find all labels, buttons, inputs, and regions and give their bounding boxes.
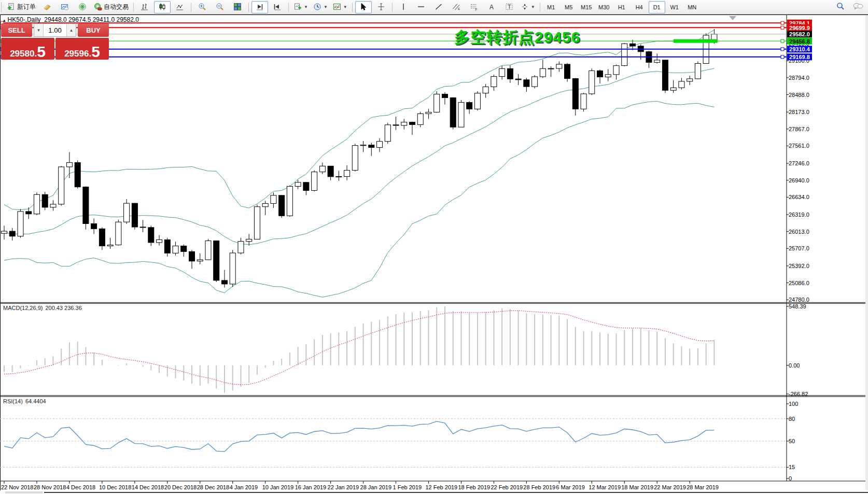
candle-body-bear xyxy=(524,80,529,87)
candle-body-bear xyxy=(662,60,668,90)
indicators-button[interactable]: ▼ xyxy=(331,1,349,13)
bottom-scroll-thumb[interactable] xyxy=(5,491,43,493)
chart-canvas[interactable]: 29415.029100.028794.028488.028173.027867… xyxy=(0,0,868,494)
volume-input[interactable]: 1.00 xyxy=(44,24,66,36)
timeframe-label: H1 xyxy=(618,4,625,10)
chart-shift-button[interactable] xyxy=(251,1,268,13)
indicators-icon xyxy=(333,3,341,12)
new-order-label: 新订单 xyxy=(17,3,36,11)
fibonacci-button[interactable]: F xyxy=(466,1,482,13)
toolbar-separator xyxy=(392,3,393,12)
cursor-button[interactable] xyxy=(355,1,372,13)
timeframe-h4-button[interactable]: H4 xyxy=(631,1,648,13)
charts-window-button[interactable] xyxy=(57,1,73,13)
line-handle[interactable] xyxy=(781,48,784,51)
line-handle[interactable] xyxy=(781,55,784,59)
candle-body-bear xyxy=(221,280,227,284)
auto-scroll-button[interactable] xyxy=(269,1,286,13)
volume-increase-button[interactable]: ▲ xyxy=(66,24,76,36)
horizontal-line-icon xyxy=(417,3,425,12)
signal-button[interactable] xyxy=(74,1,91,13)
bar-chart-button[interactable] xyxy=(136,1,153,13)
candle-body-bear xyxy=(328,166,333,176)
tile-windows-button[interactable] xyxy=(229,1,246,13)
rsi-axis-tick-label: 0 xyxy=(789,475,792,482)
text-label-button[interactable]: T xyxy=(501,1,517,13)
macd-axis-tick-label: 548.39 xyxy=(789,303,806,309)
periods-clock-button[interactable]: ▼ xyxy=(311,1,330,13)
candle-body-bull xyxy=(66,163,72,167)
equidistant-channel-button[interactable]: E xyxy=(448,1,465,13)
vertical-line-button[interactable] xyxy=(395,1,412,13)
chart-shift-marker-icon[interactable] xyxy=(729,16,736,20)
collapse-marker-icon[interactable]: ▴ xyxy=(3,18,6,23)
line-handle[interactable] xyxy=(781,39,784,43)
macd-values: 200.43 236.36 xyxy=(45,305,81,311)
time-axis-label: 16 Jan 2019 xyxy=(295,484,327,490)
turning-point-annotation[interactable]: 多空转折点29456 xyxy=(454,27,580,48)
candle-body-bull xyxy=(434,94,440,112)
toolbar-separator xyxy=(133,3,134,12)
time-axis-label: 28 Feb 2019 xyxy=(523,484,555,490)
trendline-button[interactable] xyxy=(430,1,447,13)
sell-button[interactable]: SELL xyxy=(1,23,32,37)
arrows-objects-button[interactable]: ▼ xyxy=(519,1,537,13)
crosshair-button[interactable] xyxy=(373,1,389,13)
timeframe-mn-button[interactable]: MN xyxy=(684,1,701,13)
candle-body-bear xyxy=(629,44,635,46)
timeframe-label: M30 xyxy=(598,4,609,10)
text-label-icon: T xyxy=(505,3,513,12)
timeframe-m5-button[interactable]: M5 xyxy=(561,1,577,13)
chat-icon[interactable] xyxy=(852,2,864,13)
text-button[interactable]: A xyxy=(483,1,500,13)
candle-body-bull xyxy=(34,194,39,214)
new-order-button[interactable]: 新订单 xyxy=(5,1,38,13)
templates-button[interactable]: ▼ xyxy=(291,1,310,13)
timeframe-w1-button[interactable]: W1 xyxy=(666,1,683,13)
candle-body-bear xyxy=(83,187,89,224)
candle-body-bear xyxy=(572,79,578,109)
timeframe-m30-button[interactable]: M30 xyxy=(596,1,612,13)
zoom-in-button[interactable] xyxy=(194,1,211,13)
timeframe-m15-button[interactable]: M15 xyxy=(578,1,595,13)
candle-body-bull xyxy=(287,187,292,216)
autotrading-button[interactable]: 自动交易 xyxy=(92,1,131,13)
timeframe-h1-button[interactable]: H1 xyxy=(613,1,630,13)
price-axis-tick-label: 25707.0 xyxy=(789,245,809,251)
timeframe-label: M1 xyxy=(547,4,555,10)
candle-body-bull xyxy=(483,87,488,93)
line-handle[interactable] xyxy=(781,21,784,24)
zoom-in-icon xyxy=(198,3,206,12)
candle-body-bear xyxy=(9,231,15,236)
eraser-button[interactable] xyxy=(39,1,55,13)
sell-price-display[interactable]: 29580.5 xyxy=(1,38,54,60)
fibonacci-icon: F xyxy=(470,3,478,12)
rsi-name: RSI(14) xyxy=(3,398,23,404)
bollinger-middle-band xyxy=(4,68,714,245)
zoom-out-button[interactable] xyxy=(212,1,228,13)
candle-body-bull xyxy=(50,204,56,207)
highlight-trend-segment[interactable] xyxy=(674,39,718,43)
timeframe-d1-button[interactable]: D1 xyxy=(649,1,665,13)
zoom-out-icon xyxy=(216,3,224,12)
horizontal-line-button[interactable] xyxy=(413,1,429,13)
buy-button[interactable]: BUY xyxy=(78,23,109,37)
buy-price-display[interactable]: 29596.5 xyxy=(55,38,109,60)
search-icon[interactable] xyxy=(836,2,845,13)
candle-body-bull xyxy=(312,172,317,191)
chart-ohlc-values: 29448.0 29674.5 29411.0 29582.0 xyxy=(44,16,139,23)
bar-chart-icon xyxy=(141,3,149,12)
price-axis-tick-label: 24780.0 xyxy=(789,297,809,303)
candle-body-bull xyxy=(474,93,480,109)
charts-window-icon xyxy=(61,3,69,12)
timeframe-m1-button[interactable]: M1 xyxy=(543,1,559,13)
rsi-axis-tick-label: 80 xyxy=(789,416,795,422)
candlestick-chart-button[interactable] xyxy=(154,1,171,13)
candle-body-bull xyxy=(295,182,301,187)
volume-decrease-button[interactable]: ▼ xyxy=(34,24,44,36)
line-chart-button[interactable] xyxy=(172,1,188,13)
candle-body-bull xyxy=(377,142,383,148)
candle-body-bull xyxy=(540,68,545,77)
price-axis-tick-label: 28488.0 xyxy=(789,92,809,98)
line-handle[interactable] xyxy=(781,26,784,29)
